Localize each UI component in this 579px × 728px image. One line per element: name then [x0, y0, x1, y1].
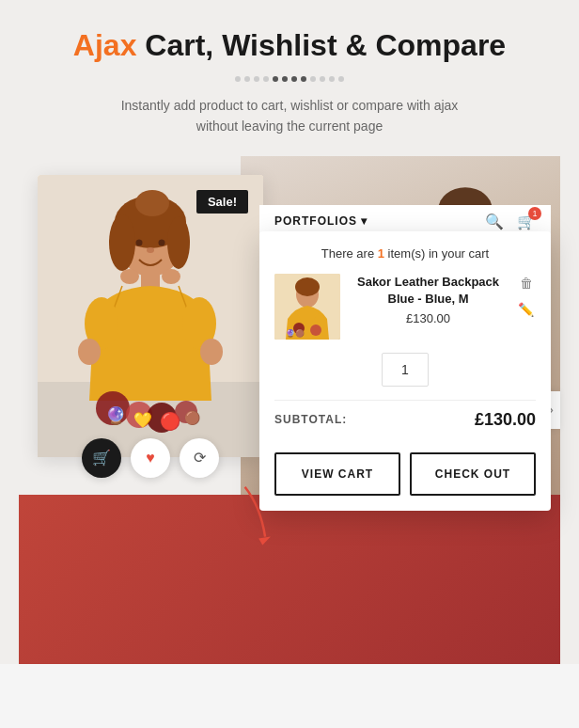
demo-area: 🔮 💛 🔴 🟤 Sale! 🛒 ♥ ⟳ [19, 156, 560, 664]
cart-item-action-buttons: 🗑 ✏️ [516, 274, 536, 319]
dot-6 [282, 76, 288, 82]
cart-item-name: Sakor Leather Backpack Blue - Blue, M [352, 274, 505, 308]
title-rest: Cart, Wishlist & Compare [136, 28, 506, 62]
cart-item-price: £130.00 [352, 311, 505, 325]
nav-icons-group: 🔍 🛒 1 [485, 213, 536, 230]
dot-2 [244, 76, 250, 82]
svg-text:🔮: 🔮 [105, 405, 127, 426]
cart-item-thumbnail: 🔮🟤 [274, 274, 340, 340]
bottom-background [19, 495, 560, 664]
svg-text:💛: 💛 [133, 411, 152, 429]
subtotal-label: SUBTOTAL: [274, 413, 347, 426]
nav-menu-label: PORTFOLIOS [274, 214, 357, 228]
svg-point-39 [295, 277, 320, 296]
delete-item-button[interactable]: 🗑 [518, 274, 535, 293]
product-card: 🔮 💛 🔴 🟤 Sale! 🛒 ♥ ⟳ [38, 175, 263, 457]
svg-text:🟤: 🟤 [184, 410, 201, 426]
svg-point-19 [159, 239, 165, 245]
dot-8 [301, 76, 306, 82]
edit-item-button[interactable]: ✏️ [516, 300, 536, 319]
quantity-input[interactable] [382, 353, 429, 387]
dot-12 [338, 76, 344, 82]
subtotal-amount: £130.00 [475, 410, 536, 430]
svg-point-18 [136, 239, 143, 245]
svg-point-15 [109, 214, 135, 271]
svg-point-25 [200, 339, 223, 365]
page-title: Ajax Cart, Wishlist & Compare [19, 28, 560, 63]
cart-count-badge: 1 [528, 207, 541, 220]
add-to-wishlist-button[interactable]: ♥ [131, 438, 170, 478]
cart-count-number: 1 [378, 246, 384, 261]
dots-indicator [19, 76, 560, 82]
ajax-highlight: Ajax [73, 28, 137, 62]
dot-9 [310, 76, 316, 82]
subtitle-text: Instantly add product to cart, wishlist … [120, 95, 459, 137]
dot-10 [320, 76, 325, 82]
product-girl-image: 🔮 💛 🔴 🟤 [38, 175, 263, 457]
svg-point-26 [120, 269, 139, 284]
card-actions: 🛒 ♥ ⟳ [82, 438, 219, 478]
svg-point-17 [135, 190, 169, 216]
checkout-button[interactable]: CHECK OUT [410, 452, 536, 496]
dot-4 [263, 76, 269, 82]
hero-section: Ajax Cart, Wishlist & Compare Instantly … [0, 0, 579, 664]
cart-dropdown: There are 1 item(s) in your cart [259, 231, 551, 511]
svg-point-43 [310, 324, 321, 336]
dot-7 [291, 76, 297, 82]
nav-menu-item[interactable]: PORTFOLIOS ▾ [274, 214, 368, 228]
cart-item-count-text: There are 1 item(s) in your cart [274, 246, 536, 261]
dot-11 [329, 76, 335, 82]
cart-icon[interactable]: 🛒 1 [517, 213, 536, 230]
subtotal-row: SUBTOTAL: £130.00 [274, 400, 536, 439]
svg-text:🔴: 🔴 [160, 411, 181, 432]
sale-badge: Sale! [196, 190, 248, 214]
cart-item: 🔮🟤 Sakor Leather Backpack Blue - Blue, M… [274, 274, 536, 340]
quantity-container [274, 353, 536, 387]
svg-point-20 [147, 247, 154, 253]
nav-chevron-icon: ▾ [361, 214, 368, 228]
dot-1 [235, 76, 241, 82]
svg-point-27 [162, 269, 180, 284]
dot-5 [273, 76, 278, 82]
view-cart-button[interactable]: VIEW CART [274, 452, 400, 496]
add-to-cart-button[interactable]: 🛒 [82, 438, 121, 478]
search-icon[interactable]: 🔍 [485, 213, 504, 230]
product-card-image: 🔮 💛 🔴 🟤 Sale! [38, 175, 263, 457]
cart-header-prefix: There are [321, 246, 378, 261]
svg-point-24 [78, 339, 101, 365]
cart-item-info: Sakor Leather Backpack Blue - Blue, M £1… [352, 274, 505, 325]
cart-action-buttons: VIEW CART CHECK OUT [274, 452, 536, 496]
cart-header-suffix: item(s) in your cart [384, 246, 489, 261]
dot-3 [254, 76, 259, 82]
compare-button[interactable]: ⟳ [180, 438, 219, 478]
svg-point-16 [167, 216, 190, 269]
svg-text:🔮🟤: 🔮🟤 [286, 328, 305, 338]
